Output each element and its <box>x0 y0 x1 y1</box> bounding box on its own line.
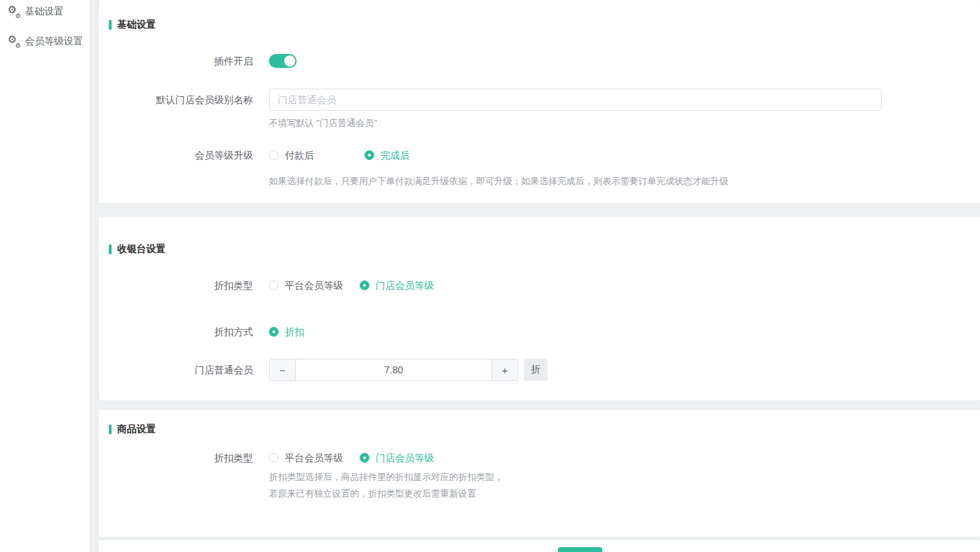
default-member-name-label: 默认门店会员级别名称 <box>99 89 253 107</box>
radio-icon <box>365 150 374 160</box>
cashier-settings-section-title: 收银台设置 <box>109 243 980 256</box>
radio-icon <box>269 453 279 463</box>
radio-icon <box>269 281 279 290</box>
discount-value-stepper: − + <box>269 359 518 381</box>
radio-after-payment[interactable]: 付款后 <box>269 148 314 162</box>
discount-method-label: 折扣方式 <box>99 325 253 339</box>
radio-icon <box>360 281 369 290</box>
cashier-discount-type-label: 折扣类型 <box>99 278 253 292</box>
cashier-settings-card: 收银台设置 折扣类型 平台会员等级 门店会员等级 折扣方式 <box>99 217 980 400</box>
submit-button[interactable] <box>558 547 602 552</box>
discount-method-radio-group: 折扣 <box>269 325 333 339</box>
product-discount-helper-line1: 折扣类型选择后，商品挂件里的折扣显示对应的折扣类型， <box>269 471 503 483</box>
section-title-text: 基础设置 <box>117 19 156 31</box>
product-settings-card: 商品设置 折扣类型 平台会员等级 门店会员等级 折扣类型选择后，商品挂件里的折扣… <box>99 410 980 537</box>
cogs-icon: ⚙⚙ <box>8 36 21 47</box>
footer-action-bar <box>99 540 980 552</box>
radio-store-member-level[interactable]: 门店会员等级 <box>360 451 434 465</box>
member-upgrade-radio-group: 付款后 完成后 <box>269 148 728 162</box>
toggle-knob <box>284 55 295 66</box>
product-discount-type-radio-group: 平台会员等级 门店会员等级 <box>269 451 503 465</box>
radio-platform-member-level[interactable]: 平台会员等级 <box>269 278 343 292</box>
radio-icon <box>269 150 279 160</box>
sidebar-item-member-level-settings[interactable]: ⚙⚙ 会员等级设置 <box>0 35 90 48</box>
radio-store-member-level[interactable]: 门店会员等级 <box>360 278 434 292</box>
cogs-icon: ⚙⚙ <box>8 6 21 17</box>
radio-after-completion[interactable]: 完成后 <box>365 148 410 162</box>
basic-settings-section-title: 基础设置 <box>109 19 980 31</box>
discount-value-input[interactable] <box>296 359 491 380</box>
member-upgrade-label: 会员等级升级 <box>99 148 253 162</box>
radio-discount[interactable]: 折扣 <box>269 325 304 339</box>
section-title-text: 商品设置 <box>117 423 156 436</box>
member-upgrade-helper: 如果选择付款后，只要用户下单付款满足升级依据，即可升级；如果选择完成后，则表示需… <box>269 175 728 188</box>
section-title-bar <box>109 20 112 30</box>
radio-platform-member-level[interactable]: 平台会员等级 <box>269 451 343 465</box>
radio-icon <box>269 327 279 337</box>
default-member-name-input[interactable] <box>269 89 882 111</box>
plugin-enable-label: 插件开启 <box>99 54 253 68</box>
sidebar-item-label: 基础设置 <box>25 6 64 18</box>
section-title-bar <box>109 425 112 434</box>
product-settings-section-title: 商品设置 <box>109 423 980 436</box>
discount-unit-button[interactable]: 折 <box>524 359 548 381</box>
product-discount-helper-line2: 若原来已有独立设置的，折扣类型更改后需重新设置 <box>269 488 503 500</box>
product-discount-type-label: 折扣类型 <box>99 451 253 465</box>
section-title-bar <box>109 244 112 254</box>
store-normal-member-label: 门店普通会员 <box>99 359 253 377</box>
sidebar-item-label: 会员等级设置 <box>25 35 83 48</box>
plugin-enable-toggle[interactable] <box>269 54 297 68</box>
settings-main-area: 基础设置 插件开启 默认门店会员级别名称 不填写默认 "门店普通会员" 会员等级… <box>99 0 980 552</box>
settings-sidebar: ⚙⚙ 基础设置 ⚙⚙ 会员等级设置 <box>0 0 90 552</box>
radio-icon <box>360 453 369 463</box>
cashier-discount-type-radio-group: 平台会员等级 门店会员等级 <box>269 278 463 292</box>
stepper-increase-button[interactable]: + <box>491 359 518 380</box>
sidebar-item-basic-settings[interactable]: ⚙⚙ 基础设置 <box>0 5 90 19</box>
default-member-name-helper: 不填写默认 "门店普通会员" <box>269 117 882 130</box>
stepper-decrease-button[interactable]: − <box>270 359 296 380</box>
section-title-text: 收银台设置 <box>117 243 166 256</box>
basic-settings-card: 基础设置 插件开启 默认门店会员级别名称 不填写默认 "门店普通会员" 会员等级… <box>99 0 980 203</box>
